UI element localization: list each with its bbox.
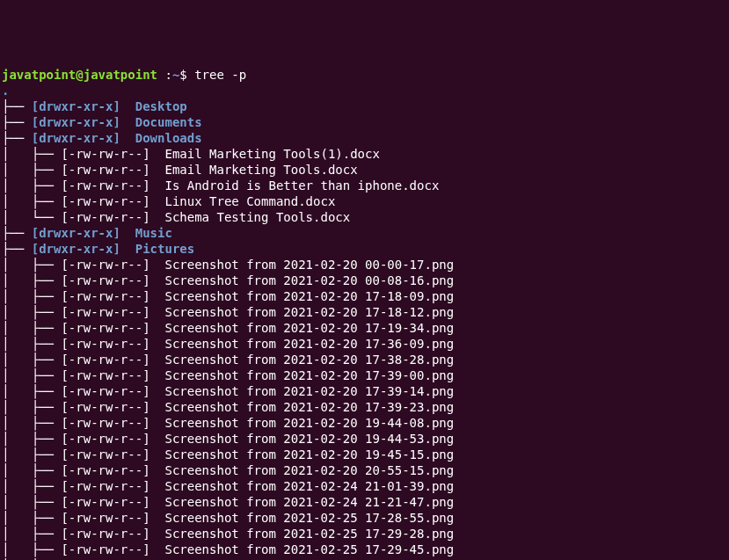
file-name: Screenshot from 2021-02-20 19-45-15.png <box>164 447 454 462</box>
file-name: Screenshot from 2021-02-20 20-55-15.png <box>164 463 454 477</box>
file-perm: [-rw-rw-r--] <box>61 163 149 177</box>
file-perm: [-rw-rw-r--] <box>61 147 149 161</box>
tree-prefix: │ ├── <box>2 495 61 509</box>
dir-perm: [drwxr-xr-x] <box>32 115 120 129</box>
tree-prefix: │ ├── <box>2 542 61 556</box>
tree-prefix: │ ├── <box>2 479 61 493</box>
file-name: Screenshot from 2021-02-24 21-21-47.png <box>164 495 454 509</box>
file-name: Email Marketing Tools.docx <box>164 163 357 177</box>
tree-prefix: │ ├── <box>2 400 61 414</box>
prompt-user-host: javatpoint@javatpoint <box>2 68 157 82</box>
tree-prefix: │ ├── <box>2 194 61 208</box>
file-name: Screenshot from 2021-02-25 17-29-28.png <box>164 527 454 541</box>
tree-prefix: │ ├── <box>2 273 61 287</box>
file-perm: [-rw-rw-r--] <box>61 321 149 335</box>
tree-prefix: │ ├── <box>2 511 61 525</box>
dir-name: Music <box>135 226 172 240</box>
file-perm: [-rw-rw-r--] <box>61 511 149 525</box>
file-name: Screenshot from 2021-02-25 17-28-55.png <box>164 511 454 525</box>
tree-prefix: ├── <box>2 242 32 256</box>
file-perm: [-rw-rw-r--] <box>61 210 149 224</box>
file-name: Screenshot from 2021-02-20 17-39-00.png <box>164 368 454 382</box>
file-perm: [-rw-rw-r--] <box>61 542 149 556</box>
file-perm: [-rw-rw-r--] <box>61 368 149 382</box>
file-name: Screenshot from 2021-02-20 17-36-09.png <box>164 337 454 351</box>
file-name: Screenshot from 2021-02-24 21-01-39.png <box>164 479 454 493</box>
tree-prefix: │ ├── <box>2 353 61 367</box>
file-name: Screenshot from 2021-02-20 17-39-14.png <box>164 384 454 398</box>
file-perm: [-rw-rw-r--] <box>61 289 149 303</box>
file-name: Screenshot from 2021-02-25 17-29-45.png <box>164 542 454 556</box>
file-name: Screenshot from 2021-02-20 00-08-16.png <box>164 273 454 287</box>
dir-name: Documents <box>135 115 202 129</box>
file-perm: [-rw-rw-r--] <box>61 258 149 272</box>
file-name: Linux Tree Command.docx <box>164 194 335 208</box>
tree-prefix: │ ├── <box>2 258 61 272</box>
tree-prefix: ├── <box>2 99 32 113</box>
tree-prefix: │ ├── <box>2 527 61 541</box>
file-perm: [-rw-rw-r--] <box>61 432 149 446</box>
file-perm: [-rw-rw-r--] <box>61 479 149 493</box>
tree-prefix: │ ├── <box>2 416 61 430</box>
tree-prefix: │ ├── <box>2 463 61 477</box>
dir-perm: [drwxr-xr-x] <box>32 99 120 113</box>
tree-prefix: │ ├── <box>2 384 61 398</box>
dir-perm: [drwxr-xr-x] <box>32 226 120 240</box>
tree-prefix: │ ├── <box>2 147 61 161</box>
file-perm: [-rw-rw-r--] <box>61 384 149 398</box>
file-perm: [-rw-rw-r--] <box>61 178 149 193</box>
tree-prefix: │ ├── <box>2 321 61 335</box>
tree-prefix: │ ├── <box>2 178 61 193</box>
file-name: Screenshot from 2021-02-20 00-00-17.png <box>164 258 454 272</box>
tree-prefix: ├── <box>2 115 32 129</box>
tree-prefix: ├── <box>2 131 32 145</box>
file-perm: [-rw-rw-r--] <box>61 527 149 541</box>
file-perm: [-rw-rw-r--] <box>61 495 149 509</box>
tree-prefix: │ ├── <box>2 289 61 303</box>
file-name: Screenshot from 2021-02-20 19-44-53.png <box>164 432 454 446</box>
file-perm: [-rw-rw-r--] <box>61 416 149 430</box>
file-perm: [-rw-rw-r--] <box>61 463 149 477</box>
file-name: Screenshot from 2021-02-20 17-39-23.png <box>164 400 454 414</box>
dir-perm: [drwxr-xr-x] <box>32 242 120 256</box>
tree-prefix: │ ├── <box>2 305 61 319</box>
tree-root: . <box>2 84 9 98</box>
file-perm: [-rw-rw-r--] <box>61 337 149 351</box>
file-name: Is Android is Better than iphone.docx <box>164 178 439 193</box>
terminal-output[interactable]: javatpoint@javatpoint :~$ tree -p . ├── … <box>2 67 729 560</box>
dir-perm: [drwxr-xr-x] <box>32 131 120 145</box>
tree-prefix: │ ├── <box>2 432 61 446</box>
command-text: tree -p <box>194 68 246 82</box>
file-name: Screenshot from 2021-02-20 17-19-34.png <box>164 321 454 335</box>
file-name: Schema Testing Tools.docx <box>164 210 350 224</box>
tree-prefix: ├── <box>2 226 32 240</box>
tree-prefix: │ ├── <box>2 447 61 462</box>
file-perm: [-rw-rw-r--] <box>61 273 149 287</box>
file-name: Screenshot from 2021-02-20 17-38-28.png <box>164 353 454 367</box>
prompt-dollar: $ <box>179 68 194 82</box>
dir-name: Desktop <box>135 99 187 113</box>
prompt-path: : <box>157 68 172 82</box>
file-name: Screenshot from 2021-02-20 17-18-12.png <box>164 305 454 319</box>
tree-prefix: │ ├── <box>2 368 61 382</box>
file-perm: [-rw-rw-r--] <box>61 194 149 208</box>
file-name: Screenshot from 2021-02-20 17-18-09.png <box>164 289 454 303</box>
file-perm: [-rw-rw-r--] <box>61 305 149 319</box>
dir-name: Downloads <box>135 131 202 145</box>
file-perm: [-rw-rw-r--] <box>61 353 149 367</box>
file-perm: [-rw-rw-r--] <box>61 447 149 462</box>
dir-name: Pictures <box>135 242 194 256</box>
tree-prefix: │ ├── <box>2 337 61 351</box>
file-perm: [-rw-rw-r--] <box>61 400 149 414</box>
tree-prefix: │ ├── <box>2 163 61 177</box>
file-name: Screenshot from 2021-02-20 19-44-08.png <box>164 416 454 430</box>
tree-prefix: │ └── <box>2 210 61 224</box>
file-name: Email Marketing Tools(1).docx <box>164 147 379 161</box>
